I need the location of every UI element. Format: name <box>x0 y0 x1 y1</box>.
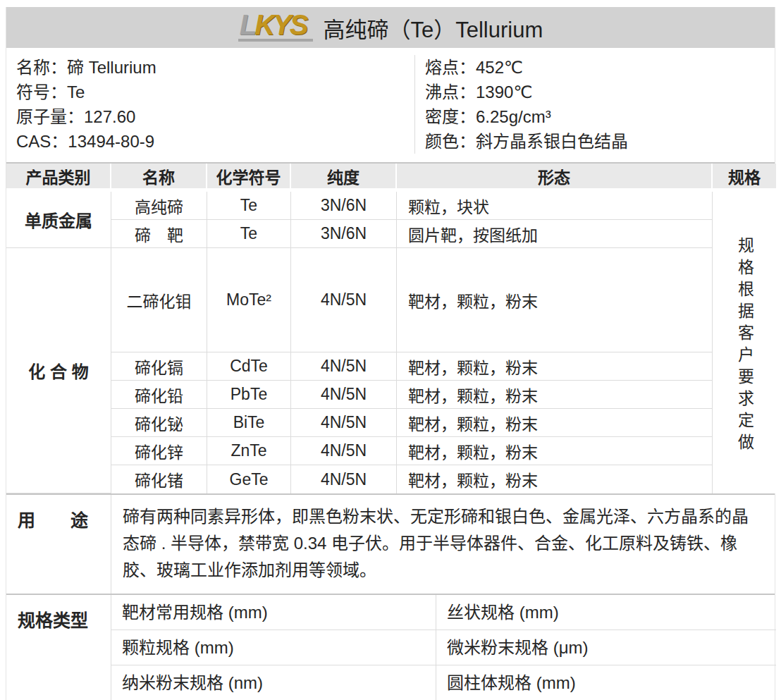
col-header-spec: 规格 <box>713 164 776 192</box>
col-header-name: 名称 <box>111 164 207 192</box>
spec-type-wire: 丝状规格 (mm) <box>436 595 776 630</box>
usage-section: 用 途 碲有两种同素异形体，即黑色粉末状、无定形碲和银白色、金属光泽、六方晶系的… <box>6 493 775 594</box>
spec-note-vertical-text: 规格根据客户要求定做 <box>737 237 753 455</box>
info-density-label: 密度： <box>425 107 476 126</box>
cell-name: 碲化镉 <box>111 352 207 381</box>
info-name: 名称：碲 Tellurium <box>16 55 414 80</box>
products-table: 产品类别 名称 化学符号 纯度 形态 规格 单质金属 高纯碲 Te 3N/6N <box>6 164 776 493</box>
spec-types-label: 规格类型 <box>6 595 111 700</box>
cell-purity: 4N/5N <box>291 409 397 437</box>
cell-purity: 3N/6N <box>291 220 397 248</box>
logo-letters-kys: KYS <box>254 9 306 40</box>
element-info-left: 名称：碲 Tellurium 符号：Te 原子量：127.60 CAS：1349… <box>6 55 414 154</box>
info-melting-point-value: 452℃ <box>476 58 523 77</box>
cell-form: 靶材，颗粒，粉末 <box>397 465 713 493</box>
cell-symbol: Te <box>207 192 291 220</box>
info-atomic-weight: 原子量：127.60 <box>16 104 414 129</box>
cell-symbol: ZnTe <box>207 437 291 465</box>
table-row: 碲化铅 PbTe 4N/5N 靶材，颗粒，粉末 <box>6 381 776 409</box>
cell-form: 靶材，颗粒，粉末 <box>397 248 713 352</box>
info-atomic-weight-value: 127.60 <box>84 107 135 126</box>
info-name-value: 碲 Tellurium <box>67 58 156 77</box>
cell-purity: 4N/5N <box>291 437 397 465</box>
cell-name: 高纯碲 <box>111 192 207 220</box>
col-header-purity: 纯度 <box>291 164 397 192</box>
cell-form: 颗粒，块状 <box>397 192 713 220</box>
spec-type-micron-powder: 微米粉末规格 (μm) <box>436 630 776 665</box>
category-cell-compound: 化 合 物 <box>6 248 111 493</box>
cell-form: 靶材，颗粒，粉末 <box>397 409 713 437</box>
info-symbol-label: 符号： <box>16 82 67 102</box>
cell-name: 碲 靶 <box>111 220 207 248</box>
usage-text: 碲有两种同素异形体，即黑色粉末状、无定形碲和银白色、金属光泽、六方晶系的晶态碲 … <box>111 495 776 594</box>
brand-logo: LKYS <box>238 11 314 42</box>
products-header-row: 产品类别 名称 化学符号 纯度 形态 规格 <box>6 164 776 192</box>
info-cas-label: CAS： <box>16 132 68 151</box>
element-info-section: 名称：碲 Tellurium 符号：Te 原子量：127.60 CAS：1349… <box>6 48 775 162</box>
table-row: 碲化镉 CdTe 4N/5N 靶材，颗粒，粉末 <box>6 352 776 381</box>
table-row: 碲化锗 GeTe 4N/5N 靶材，颗粒，粉末 <box>6 465 776 493</box>
content-frame: LKYS 高纯碲（Te）Tellurium 名称：碲 Tellurium 符号：… <box>6 7 775 700</box>
spec-types-grid: 靶材常用规格 (mm) 丝状规格 (mm) 颗粒规格 (mm) 微米粉末规格 (… <box>111 595 776 700</box>
cell-purity: 4N/5N <box>291 352 397 381</box>
info-symbol-value: Te <box>67 82 85 102</box>
col-header-form: 形态 <box>397 164 713 192</box>
table-row: 单质金属 高纯碲 Te 3N/6N 颗粒，块状 规格根据客户要求定做 <box>6 192 776 220</box>
info-symbol: 符号：Te <box>16 80 414 104</box>
cell-purity: 4N/5N <box>291 248 397 352</box>
spec-type-nano-powder: 纳米粉末规格 (nm) <box>111 665 436 700</box>
info-density: 密度：6.25g/cm³ <box>425 104 776 129</box>
usage-label: 用 途 <box>6 495 111 594</box>
cell-name: 碲化锗 <box>111 465 207 493</box>
cell-name: 碲化铅 <box>111 381 207 409</box>
info-boiling-point-value: 1390℃ <box>476 82 532 102</box>
spec-type-granule: 颗粒规格 (mm) <box>111 630 436 665</box>
info-color-value: 斜方晶系银白色结晶 <box>476 132 628 151</box>
cell-symbol: BiTe <box>207 409 291 437</box>
element-info-right: 熔点：452℃ 沸点：1390℃ 密度：6.25g/cm³ 颜色：斜方晶系银白色… <box>414 55 776 154</box>
table-row: 碲化锌 ZnTe 4N/5N 靶材，颗粒，粉末 <box>6 437 776 465</box>
info-cas: CAS：13494-80-9 <box>16 129 414 154</box>
info-boiling-point: 沸点：1390℃ <box>425 80 776 104</box>
info-density-value: 6.25g/cm³ <box>476 107 551 126</box>
cell-symbol: GeTe <box>207 465 291 493</box>
cell-name: 二碲化钼 <box>111 248 207 352</box>
col-header-symbol: 化学符号 <box>207 164 291 192</box>
logo-letter-l: L <box>240 9 254 40</box>
spec-types-section: 规格类型 靶材常用规格 (mm) 丝状规格 (mm) 颗粒规格 (mm) 微米粉… <box>6 594 775 700</box>
info-color: 颜色：斜方晶系银白色结晶 <box>425 129 776 154</box>
spec-type-cylinder: 圆柱体规格 (mm) <box>436 665 776 700</box>
cell-symbol: CdTe <box>207 352 291 381</box>
category-cell-metal: 单质金属 <box>6 192 111 248</box>
cell-name: 碲化铋 <box>111 409 207 437</box>
info-color-label: 颜色： <box>425 132 476 151</box>
info-atomic-weight-label: 原子量： <box>16 107 84 126</box>
cell-symbol: PbTe <box>207 381 291 409</box>
products-section: 产品类别 名称 化学符号 纯度 形态 规格 单质金属 高纯碲 Te 3N/6N <box>6 162 775 493</box>
info-cas-value: 13494-80-9 <box>68 132 154 151</box>
cell-purity: 4N/5N <box>291 381 397 409</box>
info-boiling-point-label: 沸点： <box>425 82 476 102</box>
info-melting-point: 熔点：452℃ <box>425 55 776 80</box>
page-title: 高纯碲（Te）Tellurium <box>323 12 543 44</box>
table-row: 碲化铋 BiTe 4N/5N 靶材，颗粒，粉末 <box>6 409 776 437</box>
spec-type-target: 靶材常用规格 (mm) <box>111 595 436 630</box>
cell-symbol: Te <box>207 220 291 248</box>
spec-note-cell: 规格根据客户要求定做 <box>713 192 776 493</box>
cell-name: 碲化锌 <box>111 437 207 465</box>
cell-form: 靶材，颗粒，粉末 <box>397 381 713 409</box>
info-melting-point-label: 熔点： <box>425 58 476 77</box>
product-spec-page: LKYS 高纯碲（Te）Tellurium 名称：碲 Tellurium 符号：… <box>0 0 781 700</box>
cell-form: 靶材，颗粒，粉末 <box>397 352 713 381</box>
table-row: 化 合 物 二碲化钼 MoTe² 4N/5N 靶材，颗粒，粉末 <box>6 248 776 352</box>
table-row: 碲 靶 Te 3N/6N 圆片靶，按图纸加 <box>6 220 776 248</box>
info-name-label: 名称： <box>16 58 67 77</box>
cell-form: 圆片靶，按图纸加 <box>397 220 713 248</box>
cell-purity: 3N/6N <box>291 192 397 220</box>
cell-purity: 4N/5N <box>291 465 397 493</box>
cell-form: 靶材，颗粒，粉末 <box>397 437 713 465</box>
col-header-category: 产品类别 <box>6 164 111 192</box>
cell-symbol: MoTe² <box>207 248 291 352</box>
title-bar: LKYS 高纯碲（Te）Tellurium <box>6 7 775 48</box>
